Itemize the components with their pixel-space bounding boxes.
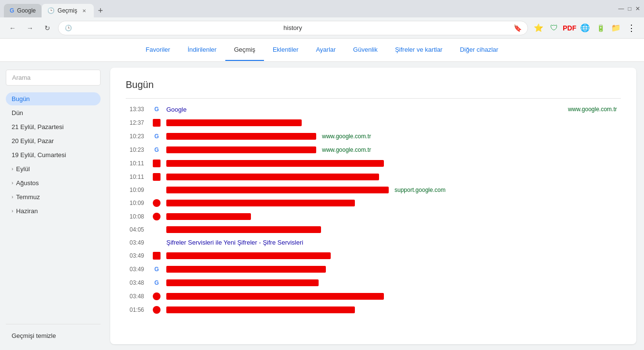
history-item[interactable]: 03:49 (126, 249, 621, 262)
nav-diger[interactable]: Diğer cihazlar (451, 39, 507, 61)
history-time: 10:23 (130, 146, 147, 153)
tab-bar: G Google 🕒 Geçmiş ✕ + (4, 0, 615, 17)
tab-close-button[interactable]: ✕ (80, 7, 88, 15)
forward-button[interactable]: → (23, 21, 37, 35)
translate-icon[interactable]: 🌐 (578, 21, 592, 35)
nav-gecmis[interactable]: Geçmiş (225, 39, 264, 61)
redacted-title (166, 146, 316, 153)
refresh-button[interactable]: ↻ (41, 21, 54, 35)
red-favicon (153, 252, 161, 260)
history-url: support.google.com (395, 187, 445, 193)
nav-favoriler[interactable]: Favoriler (137, 39, 179, 61)
history-time: 12:37 (130, 119, 147, 126)
minimize-icon[interactable]: — (618, 5, 624, 12)
redacted-title (166, 200, 355, 206)
new-tab-button[interactable]: + (94, 4, 107, 17)
sidebar-item-19eylul[interactable]: 19 Eylül, Cumartesi (6, 148, 101, 161)
history-time: 03:48 (130, 279, 147, 286)
address-bar[interactable]: 🕒 history 🔖 (58, 21, 528, 35)
nav-sifreler[interactable]: Şifreler ve kartlar (386, 39, 451, 61)
history-item[interactable]: 04:05 (126, 223, 621, 236)
red-favicon (153, 160, 161, 167)
gecmis-tab-label: Geçmiş (58, 7, 77, 14)
back-button[interactable]: ← (6, 21, 19, 35)
red-circle-favicon (153, 199, 161, 207)
sidebar-item-21eylul[interactable]: 21 Eylül, Pazartesi (6, 120, 101, 133)
nav-ayarlar[interactable]: Ayarlar (307, 39, 344, 61)
sidebar-divider (6, 324, 101, 324)
google-favicon: G (153, 146, 161, 154)
sidebar-item-bugun[interactable]: Bugün (6, 92, 101, 105)
history-item[interactable]: 13:33 G Google www.google.com.tr (126, 102, 621, 116)
sidebar-search[interactable]: Arama (6, 70, 101, 86)
sidebar-item-eylul[interactable]: › Eylül (6, 162, 101, 175)
red-favicon (153, 119, 161, 127)
redacted-title (166, 133, 316, 140)
clear-history-label: Geçmişi temizle (12, 332, 56, 339)
sidebar-item-haziran-label: Haziran (16, 207, 38, 215)
google-favicon: G (153, 265, 161, 273)
sidebar-item-haziran[interactable]: › Haziran (6, 204, 101, 218)
close-icon[interactable]: ✕ (635, 5, 640, 12)
sidebar-item-agustos[interactable]: › Ağustos (6, 176, 101, 190)
sidebar-item-dun[interactable]: Dün (6, 106, 101, 119)
history-title: Şifreler Servisleri ile Yeni Şifreler - … (166, 239, 617, 246)
history-time: 13:33 (130, 106, 147, 113)
history-time: 10:23 (130, 133, 147, 140)
clear-history-button[interactable]: Geçmişi temizle (6, 329, 101, 342)
history-time: 10:09 (130, 200, 147, 206)
history-item[interactable]: 10:11 (126, 170, 621, 184)
history-time: 03:49 (130, 239, 147, 246)
bookmark-icon[interactable]: 🔖 (513, 24, 522, 32)
bookmark-star-icon[interactable]: ⭐ (532, 21, 545, 35)
gecmis-tab-favicon: 🕒 (47, 7, 55, 14)
sidebar-item-20eylul[interactable]: 20 Eylül, Pazar (6, 134, 101, 147)
nav-guvenlik[interactable]: Güvenlik (344, 39, 386, 61)
history-item[interactable]: 03:49 Şifreler Servisleri ile Yeni Şifre… (126, 236, 621, 249)
downloads-icon[interactable]: 📁 (609, 21, 623, 35)
history-item[interactable]: 12:37 (126, 116, 621, 130)
history-time: 10:09 (130, 187, 147, 193)
redacted-title (166, 279, 319, 286)
history-url: www.google.com.tr (322, 133, 371, 140)
sidebar-item-21eylul-label: 21 Eylül, Pazartesi (12, 123, 64, 131)
tab-google[interactable]: G Google (4, 4, 42, 17)
redacted-title (166, 306, 355, 313)
history-time: 10:11 (130, 174, 147, 180)
nav-indirilenler[interactable]: İndirilenler (179, 39, 225, 61)
history-item[interactable]: 10:08 (126, 210, 621, 223)
nav-eklentiler[interactable]: Eklentiler (264, 39, 307, 61)
redacted-title (166, 266, 326, 273)
history-item[interactable]: 01:56 (126, 303, 621, 317)
menu-icon[interactable]: ⋮ (625, 21, 638, 35)
g-letter: G (154, 106, 159, 113)
history-item[interactable]: 03:48 (126, 290, 621, 303)
google-favicon: G (153, 105, 161, 113)
maximize-icon[interactable]: □ (628, 5, 631, 12)
history-item[interactable]: 10:23 G www.google.com.tr (126, 143, 621, 157)
sidebar-item-temmuz[interactable]: › Temmuz (6, 190, 101, 204)
history-time: 10:08 (130, 213, 147, 220)
shield-icon[interactable]: 🛡 (547, 21, 561, 35)
history-item[interactable]: 03:49 G (126, 262, 621, 276)
history-item[interactable]: 10:23 G www.google.com.tr (126, 130, 621, 143)
page-header-nav: Favoriler İndirilenler Geçmiş Eklentiler… (0, 39, 644, 62)
tab-gecmis[interactable]: 🕒 Geçmiş ✕ (42, 4, 94, 17)
address-text: history (76, 24, 510, 31)
redacted-title (166, 119, 302, 126)
google-favicon: G (153, 132, 161, 140)
sidebar-item-agustos-label: Ağustos (16, 179, 39, 187)
history-title: Google (166, 106, 562, 113)
agustos-chevron: › (12, 180, 13, 186)
history-time: 01:56 (130, 306, 147, 313)
sidebar-item-bugun-label: Bugün (12, 95, 30, 102)
history-item[interactable]: 10:09 support.google.com (126, 184, 621, 196)
history-item[interactable]: 10:11 (126, 157, 621, 170)
pdf-icon[interactable]: PDF (563, 21, 576, 35)
history-url: www.google.com.tr (568, 106, 617, 113)
sidebar-item-eylul-label: Eylül (16, 165, 29, 173)
history-item[interactable]: 10:09 (126, 196, 621, 210)
battery-icon[interactable]: 🔋 (594, 21, 607, 35)
temmuz-chevron: › (12, 194, 13, 200)
history-item[interactable]: 03:48 G (126, 276, 621, 290)
